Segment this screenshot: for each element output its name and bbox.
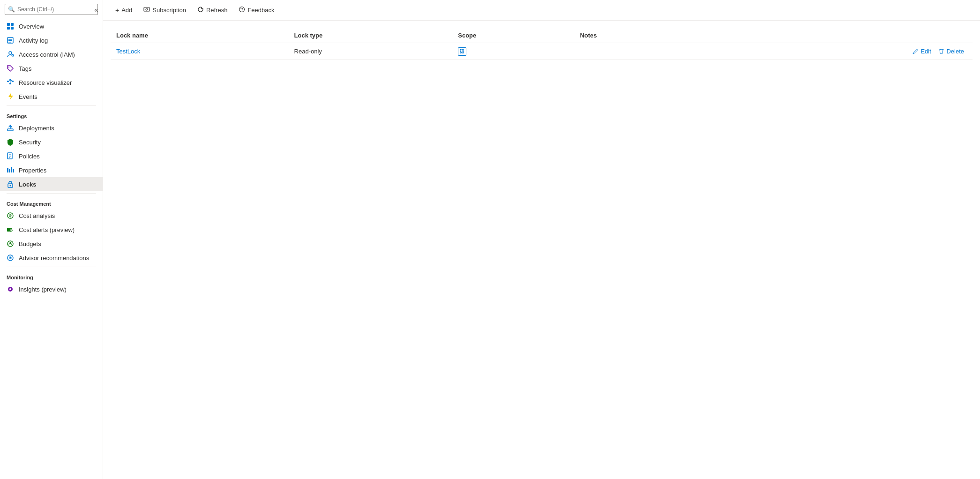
svg-rect-13 xyxy=(12,81,14,82)
sidebar-label-activity-log: Activity log xyxy=(19,37,48,44)
budgets-icon xyxy=(7,240,14,247)
sidebar-label-security: Security xyxy=(19,139,41,146)
sidebar-item-budgets[interactable]: Budgets xyxy=(0,237,103,251)
events-icon xyxy=(7,93,14,100)
table-row: TestLock Read-only 🖼 Edit xyxy=(111,43,973,60)
table-header-row: Lock name Lock type Scope Notes xyxy=(111,28,973,43)
sidebar-item-properties[interactable]: Properties xyxy=(0,163,103,177)
scope-cell: 🖼 xyxy=(452,43,574,60)
svg-point-10 xyxy=(8,67,9,67)
lock-name-cell: TestLock xyxy=(111,43,289,60)
col-scope: Scope xyxy=(452,28,574,43)
section-cost: Cost Management xyxy=(0,195,103,209)
add-label: Add xyxy=(121,7,132,14)
svg-point-32 xyxy=(10,242,11,244)
sidebar-item-locks[interactable]: Locks xyxy=(0,177,103,191)
svg-rect-18 xyxy=(7,129,13,131)
policies-icon xyxy=(7,152,14,160)
feedback-button[interactable]: Feedback xyxy=(234,4,279,16)
lock-type-cell: Read-only xyxy=(289,43,453,60)
svg-rect-2 xyxy=(7,27,10,30)
svg-point-39 xyxy=(146,8,148,10)
sidebar-item-cost-analysis[interactable]: Cost analysis xyxy=(0,209,103,223)
svg-rect-14 xyxy=(9,83,11,84)
iam-icon xyxy=(7,51,14,58)
toolbar: + Add Subscription Refresh Feedback xyxy=(103,0,980,21)
svg-rect-23 xyxy=(7,168,8,172)
sidebar-item-resource-visualizer[interactable]: Resource visualizer xyxy=(0,75,103,90)
sidebar-item-advisor[interactable]: Advisor recommendations xyxy=(0,251,103,265)
subscription-label: Subscription xyxy=(152,7,186,14)
svg-point-37 xyxy=(9,288,11,290)
sidebar-item-deployments[interactable]: Deployments xyxy=(0,121,103,135)
edit-button[interactable]: Edit xyxy=(910,47,934,56)
subscription-button[interactable]: Subscription xyxy=(139,4,191,16)
svg-rect-3 xyxy=(11,27,14,30)
sidebar-label-resource-vis: Resource visualizer xyxy=(19,79,72,86)
sidebar-label-events: Events xyxy=(19,93,37,100)
col-notes: Notes xyxy=(574,28,690,43)
locks-table: Lock name Lock type Scope Notes TestLock… xyxy=(111,28,973,60)
sidebar-label-deployments: Deployments xyxy=(19,125,54,132)
search-input[interactable] xyxy=(5,4,98,15)
cost-divider xyxy=(7,193,96,194)
sidebar-item-cost-alerts[interactable]: Cost alerts (preview) xyxy=(0,223,103,237)
insights-icon xyxy=(7,285,14,293)
delete-icon xyxy=(938,48,944,54)
sidebar-item-overview[interactable]: Overview xyxy=(0,19,103,33)
edit-label: Edit xyxy=(920,48,931,55)
svg-rect-26 xyxy=(13,169,14,172)
sidebar-label-cost-alerts: Cost alerts (preview) xyxy=(19,226,75,233)
section-settings: Settings xyxy=(0,108,103,121)
svg-rect-5 xyxy=(8,39,12,40)
overview-icon xyxy=(7,22,14,30)
sidebar-label-cost-analysis: Cost analysis xyxy=(19,212,55,219)
activity-log-icon xyxy=(7,37,14,44)
locks-icon xyxy=(7,180,14,188)
feedback-label: Feedback xyxy=(247,7,274,14)
feedback-icon xyxy=(239,6,245,14)
svg-point-35 xyxy=(10,257,11,259)
sidebar-item-security[interactable]: Security xyxy=(0,135,103,149)
settings-divider xyxy=(7,105,96,106)
search-icon: 🔍 xyxy=(8,6,15,13)
svg-line-15 xyxy=(9,80,9,82)
sidebar-item-events[interactable]: Events xyxy=(0,90,103,104)
sidebar-label-iam: Access control (IAM) xyxy=(19,51,75,58)
svg-rect-1 xyxy=(11,23,14,26)
sidebar-label-properties: Properties xyxy=(19,167,46,174)
svg-rect-0 xyxy=(7,23,10,26)
notes-cell xyxy=(574,43,690,60)
properties-icon xyxy=(7,166,14,174)
subscription-icon xyxy=(143,6,150,14)
sidebar-item-activity-log[interactable]: Activity log xyxy=(0,33,103,47)
svg-point-8 xyxy=(9,52,12,54)
sidebar-item-policies[interactable]: Policies xyxy=(0,149,103,163)
sidebar-label-locks: Locks xyxy=(19,181,37,188)
sidebar-item-tags[interactable]: Tags xyxy=(0,61,103,75)
delete-label: Delete xyxy=(946,48,964,55)
table-area: Lock name Lock type Scope Notes TestLock… xyxy=(103,21,980,479)
resource-vis-icon xyxy=(7,79,14,86)
svg-rect-24 xyxy=(9,169,10,172)
delete-button[interactable]: Delete xyxy=(935,47,967,56)
add-button[interactable]: + Add xyxy=(111,4,137,16)
svg-rect-38 xyxy=(144,7,150,11)
sidebar-label-policies: Policies xyxy=(19,153,40,160)
refresh-icon xyxy=(197,6,204,14)
sidebar-item-insights[interactable]: Insights (preview) xyxy=(0,282,103,296)
section-monitoring: Monitoring xyxy=(0,269,103,282)
svg-line-16 xyxy=(11,80,12,82)
deployments-icon xyxy=(7,124,14,132)
sidebar-label-overview: Overview xyxy=(19,23,44,30)
sidebar-collapse-button[interactable]: « xyxy=(92,5,100,15)
sidebar: 🔍 « Overview Activity log Access control… xyxy=(0,0,103,479)
security-icon xyxy=(7,138,14,146)
scope-icon: 🖼 xyxy=(458,47,466,56)
svg-rect-11 xyxy=(7,81,9,82)
sidebar-search-container: 🔍 xyxy=(0,0,103,19)
svg-rect-12 xyxy=(9,79,11,81)
refresh-button[interactable]: Refresh xyxy=(193,4,232,16)
sidebar-item-access-control[interactable]: Access control (IAM) xyxy=(0,47,103,61)
lock-name-link[interactable]: TestLock xyxy=(116,48,140,55)
